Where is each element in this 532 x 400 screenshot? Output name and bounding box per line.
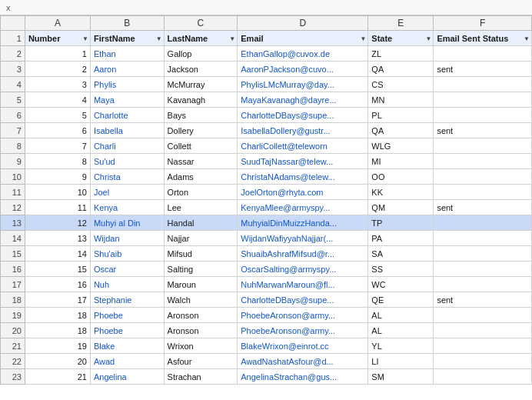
header-emailsentstatus[interactable]: Email Sent Status ▼ xyxy=(434,31,532,46)
cell-firstname[interactable]: Aaron xyxy=(90,62,164,77)
cell-lastname[interactable]: McMurray xyxy=(164,77,238,92)
cell-state[interactable]: QA xyxy=(368,62,434,77)
cell-status[interactable] xyxy=(434,169,532,185)
cell-state[interactable]: OO xyxy=(368,169,434,185)
cell-lastname[interactable]: Aronson xyxy=(164,308,238,323)
cell-status[interactable] xyxy=(434,338,532,354)
cell-status[interactable] xyxy=(434,262,532,277)
cell-lastname[interactable]: Wrixon xyxy=(164,338,238,354)
cell-status[interactable]: sent xyxy=(434,200,532,215)
cell-number[interactable]: 18 xyxy=(25,308,90,323)
cell-state[interactable]: TP xyxy=(368,215,434,231)
cell-number[interactable]: 2 xyxy=(25,62,90,77)
table-row[interactable]: 1615OscarSaltingOscarSalting@armyspy...S… xyxy=(1,262,532,277)
cell-firstname[interactable]: Ethan xyxy=(90,46,164,62)
cell-lastname[interactable]: Jackson xyxy=(164,62,238,77)
cell-number[interactable]: 8 xyxy=(25,154,90,169)
cell-firstname[interactable]: Blake xyxy=(90,338,164,354)
cell-firstname[interactable]: Charlotte xyxy=(90,108,164,123)
cell-firstname[interactable]: Phylis xyxy=(90,77,164,92)
cell-lastname[interactable]: Nassar xyxy=(164,154,238,169)
cell-status[interactable] xyxy=(434,108,532,123)
cell-state[interactable]: MI xyxy=(368,154,434,169)
table-row[interactable]: 2018PhoebeAronsonPhoebeAronson@army...AL xyxy=(1,323,532,338)
cell-email[interactable]: AngelinaStrachan@gus... xyxy=(238,369,368,385)
cell-status[interactable] xyxy=(434,46,532,62)
cell-number[interactable]: 19 xyxy=(25,338,90,354)
cell-number[interactable]: 14 xyxy=(25,246,90,262)
cell-state[interactable]: CS xyxy=(368,77,434,92)
cell-firstname[interactable]: Kenya xyxy=(90,200,164,215)
table-row[interactable]: 1716NuhMarounNuhMarwanMaroun@fl...WC xyxy=(1,277,532,292)
table-row[interactable]: 32AaronJacksonAaronPJackson@cuvo...QAsen… xyxy=(1,62,532,77)
cell-email[interactable]: CharlotteDBays@supe... xyxy=(238,108,368,123)
cell-status[interactable]: sent xyxy=(434,292,532,308)
cell-firstname[interactable]: Angelina xyxy=(90,369,164,385)
cell-lastname[interactable]: Aronson xyxy=(164,323,238,338)
table-row[interactable]: 76IsabellaDolleryIsabellaDollery@gustr..… xyxy=(1,123,532,138)
cell-state[interactable]: SA xyxy=(368,246,434,262)
table-row[interactable]: 87CharliCollettCharliCollett@telewornWLG xyxy=(1,138,532,154)
cell-email[interactable]: NuhMarwanMaroun@fl... xyxy=(238,277,368,292)
cell-email[interactable]: ChristaNAdams@telew... xyxy=(238,169,368,185)
cell-lastname[interactable]: Najjar xyxy=(164,231,238,246)
cell-lastname[interactable]: Mifsud xyxy=(164,246,238,262)
cell-lastname[interactable]: Bays xyxy=(164,108,238,123)
cell-lastname[interactable]: Gallop xyxy=(164,46,238,62)
cell-firstname[interactable]: Joel xyxy=(90,185,164,200)
cell-firstname[interactable]: Stephanie xyxy=(90,292,164,308)
table-row[interactable]: 98Su'udNassarSuudTajNassar@telew...MI xyxy=(1,154,532,169)
cell-email[interactable]: CharliCollett@teleworn xyxy=(238,138,368,154)
cell-lastname[interactable]: Asfour xyxy=(164,354,238,369)
cell-number[interactable]: 17 xyxy=(25,292,90,308)
cell-status[interactable] xyxy=(434,369,532,385)
cell-firstname[interactable]: Su'ud xyxy=(90,154,164,169)
header-firstname[interactable]: FirstName ▼ xyxy=(90,31,164,46)
table-row[interactable]: 1110JoelOrtonJoelOrton@rhyta.comKK xyxy=(1,185,532,200)
cell-number[interactable]: 21 xyxy=(25,369,90,385)
cell-status[interactable] xyxy=(434,215,532,231)
cell-number[interactable]: 4 xyxy=(25,92,90,108)
cell-number[interactable]: 3 xyxy=(25,77,90,92)
cell-email[interactable]: PhoebeAronson@army... xyxy=(238,308,368,323)
cell-email[interactable]: OscarSalting@armyspy... xyxy=(238,262,368,277)
cell-firstname[interactable]: Shu'aib xyxy=(90,246,164,262)
header-email[interactable]: Email ▼ xyxy=(238,31,368,46)
cell-status[interactable]: sent xyxy=(434,62,532,77)
table-row[interactable]: 54MayaKavanaghMayaKavanagh@dayre...MN xyxy=(1,92,532,108)
cell-status[interactable] xyxy=(434,154,532,169)
cell-number[interactable]: 11 xyxy=(25,200,90,215)
col-letter-c[interactable]: C xyxy=(164,16,238,31)
cell-status[interactable] xyxy=(434,185,532,200)
cell-firstname[interactable]: Phoebe xyxy=(90,323,164,338)
filter-firstname-icon[interactable]: ▼ xyxy=(156,35,162,42)
cell-status[interactable] xyxy=(434,231,532,246)
cell-number[interactable]: 20 xyxy=(25,354,90,369)
col-letter-e[interactable]: E xyxy=(368,16,434,31)
cell-number[interactable]: 13 xyxy=(25,231,90,246)
cell-email[interactable]: AwadNashatAsfour@d... xyxy=(238,354,368,369)
cell-number[interactable]: 12 xyxy=(25,215,90,231)
table-row[interactable]: 1918PhoebeAronsonPhoebeAronson@army...AL xyxy=(1,308,532,323)
cell-email[interactable]: CharlotteDBays@supe... xyxy=(238,292,368,308)
cell-email[interactable]: AaronPJackson@cuvo... xyxy=(238,62,368,77)
cell-lastname[interactable]: Adams xyxy=(164,169,238,185)
cell-state[interactable]: WLG xyxy=(368,138,434,154)
cell-state[interactable]: WC xyxy=(368,277,434,292)
cell-state[interactable]: PL xyxy=(368,108,434,123)
table-row[interactable]: 2119BlakeWrixonBlakeWrixon@einrot.ccYL xyxy=(1,338,532,354)
table-row[interactable]: 65CharlotteBaysCharlotteDBays@supe...PL xyxy=(1,108,532,123)
cell-number[interactable]: 10 xyxy=(25,185,90,200)
filter-number-icon[interactable]: ▼ xyxy=(82,35,88,42)
filter-state-icon[interactable]: ▼ xyxy=(425,35,431,42)
cell-email[interactable]: ShuaibAshrafMifsud@r... xyxy=(238,246,368,262)
cell-number[interactable]: 18 xyxy=(25,323,90,338)
table-row[interactable]: 109ChristaAdamsChristaNAdams@telew...OO xyxy=(1,169,532,185)
filter-lastname-icon[interactable]: ▼ xyxy=(229,35,235,42)
cell-email[interactable]: EthanGallop@cuvox.de xyxy=(238,46,368,62)
cell-email[interactable]: PhylisLMcMurray@day... xyxy=(238,77,368,92)
filter-email-icon[interactable]: ▼ xyxy=(360,35,366,42)
cell-state[interactable]: LI xyxy=(368,354,434,369)
cell-number[interactable]: 1 xyxy=(25,46,90,62)
cell-status[interactable] xyxy=(434,323,532,338)
